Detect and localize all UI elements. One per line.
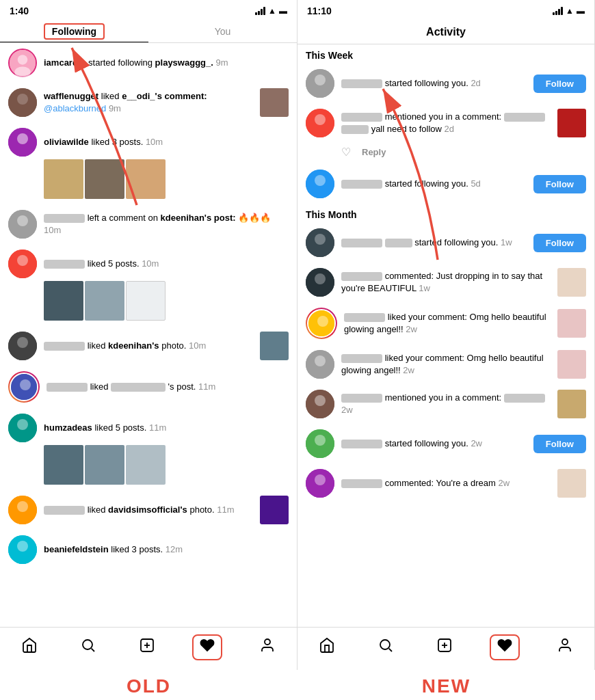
username-3: oliviawilde (44, 137, 89, 147)
target-4: kdeenihan's post: (161, 213, 236, 223)
avatar-humzadeas[interactable] (8, 414, 37, 442)
activity-title: Activity (426, 26, 466, 38)
right-status-time: 11:10 (307, 5, 332, 16)
right-blurred-2b: xxxxx (504, 113, 545, 122)
target-6: kdeenihan's (108, 340, 159, 351)
avatar-4[interactable] (8, 210, 37, 239)
right-action-2: mentioned you in a comment: (385, 111, 504, 122)
right-avatar-3[interactable] (306, 170, 334, 198)
svg-point-18 (17, 501, 28, 512)
activity-item-7: xxxxx liked xxxxx 's post. 11m (0, 366, 297, 408)
left-nav-activity-icon[interactable] (192, 634, 222, 660)
avatar-9[interactable] (8, 496, 37, 524)
blurred-user-9: xxxxx (44, 506, 85, 515)
action-6: liked (88, 340, 108, 351)
right-activity-text-7: xxxxx liked your comment: Omg hello beau… (341, 352, 551, 377)
right-avatar-10[interactable] (306, 469, 334, 498)
svg-point-38 (317, 316, 328, 327)
right-nav-home-icon[interactable] (313, 634, 341, 660)
timestamp-5: 10m (142, 258, 159, 269)
action-2: liked (101, 91, 122, 101)
svg-point-46 (315, 474, 326, 485)
timestamp-3: 10m (146, 137, 163, 147)
follow-button-9[interactable]: Follow (533, 435, 586, 453)
right-nav-add-icon[interactable] (431, 634, 458, 660)
right-item-1: xxxxx started following you. 2d Follow (298, 64, 594, 103)
action-10: liked 3 posts. (111, 544, 163, 554)
avatar-5[interactable] (8, 250, 37, 278)
right-ts-8: 2w (341, 405, 353, 415)
avatar-7-wrapper[interactable] (8, 371, 40, 403)
target-1: playswaggg_. (155, 57, 213, 68)
right-activity-text-2: xxxxx mentioned you in a comment: xxxxx … (341, 111, 551, 135)
avatar-6[interactable] (8, 332, 37, 360)
action-9b: photo. (189, 504, 214, 515)
right-thumb-8 (557, 390, 586, 418)
right-blurred-9: xxxxx (341, 440, 382, 448)
timestamp-4: 10m (44, 225, 61, 235)
left-nav-search-icon[interactable] (75, 634, 102, 660)
follow-button-1[interactable]: Follow (533, 75, 586, 93)
emoji-4: 🔥🔥🔥 (238, 213, 271, 223)
mention-2: @ablackburned (44, 103, 106, 113)
wifi-icon: ▲ (268, 6, 276, 16)
right-ts-6: 2w (406, 324, 417, 334)
activity-item-6: xxxxx liked kdeenihan's photo. 10m (0, 326, 297, 366)
old-label: OLD (0, 675, 298, 697)
tab-you[interactable]: You (148, 19, 297, 42)
svg-point-26 (265, 639, 270, 645)
right-item-3: xxxxx started following you. 5d Follow (298, 164, 594, 204)
username-1: iamcardib (44, 57, 85, 68)
avatar-oliviawilde[interactable] (8, 128, 37, 157)
right-avatar-2[interactable] (306, 109, 334, 137)
activity-item-9: xxxxx liked davidsimsofficial's photo. 1… (0, 490, 297, 530)
right-avatar-4[interactable] (306, 228, 334, 257)
follow-button-3[interactable]: Follow (533, 175, 586, 193)
svg-point-20 (17, 541, 28, 552)
right-ts-4: 1w (501, 237, 512, 247)
svg-point-1 (18, 55, 27, 64)
right-feed-content: This Week xxxxx started following you. 2… (298, 44, 594, 627)
right-blurred-8: xxxxx (341, 394, 382, 403)
avatar-iamcardib[interactable] (8, 49, 37, 77)
activity-item-1: iamcardib started following playswaggg_.… (0, 43, 297, 83)
reply-button-2[interactable]: Reply (362, 147, 386, 157)
avatar-beaniefeldstein[interactable] (8, 535, 37, 564)
right-blurred-2a: xxxxx (341, 113, 382, 122)
right-signal-bars-icon (553, 7, 563, 15)
right-action-8: mentioned you in a comment: (385, 392, 504, 403)
right-nav-search-icon[interactable] (372, 634, 399, 660)
right-avatar-7[interactable] (306, 350, 334, 379)
right-avatar-6-wrapper[interactable] (306, 308, 337, 339)
right-nav-activity-icon[interactable] (490, 634, 520, 660)
right-thumb-5 (557, 268, 586, 297)
right-avatar-5[interactable] (306, 268, 334, 297)
left-nav-home-icon[interactable] (16, 634, 43, 660)
right-blurred-2c: xxxxx (341, 125, 369, 134)
right-avatar-8[interactable] (306, 390, 334, 418)
thumb-5b (85, 281, 124, 321)
activity-item-5-header: xxxxx liked 5 posts. 10m (0, 244, 297, 278)
left-nav-profile-icon[interactable] (254, 634, 281, 660)
thumb-3c (126, 159, 166, 199)
timestamp-6: 10m (189, 340, 206, 351)
section-month-label: This Month (306, 209, 357, 220)
right-blurred-5: xxxxx (341, 272, 382, 281)
right-activity-text-5: xxxxx commented: Just dropping in to say… (341, 270, 551, 295)
activity-item-4: xxxxx left a comment on kdeenihan's post… (0, 204, 297, 244)
tab-following[interactable]: Following (0, 19, 148, 42)
follow-button-4[interactable]: Follow (533, 234, 586, 252)
blurred-user-6: xxxxx (44, 342, 85, 351)
right-avatar-1[interactable] (306, 69, 334, 98)
thumb-3b (85, 159, 124, 199)
right-wifi-icon: ▲ (566, 6, 574, 16)
thumb-grid-3 (0, 157, 297, 204)
right-action-3: started following you. (385, 178, 468, 189)
right-ts-9: 2w (471, 438, 482, 448)
avatar-wafflenugget[interactable] (8, 88, 37, 117)
right-nav-profile-icon[interactable] (551, 634, 579, 660)
left-nav-add-icon[interactable] (133, 634, 161, 660)
left-status-icons: ▲ ▬ (255, 6, 287, 16)
thumb-grid-5 (0, 278, 297, 326)
right-avatar-9[interactable] (306, 429, 334, 458)
